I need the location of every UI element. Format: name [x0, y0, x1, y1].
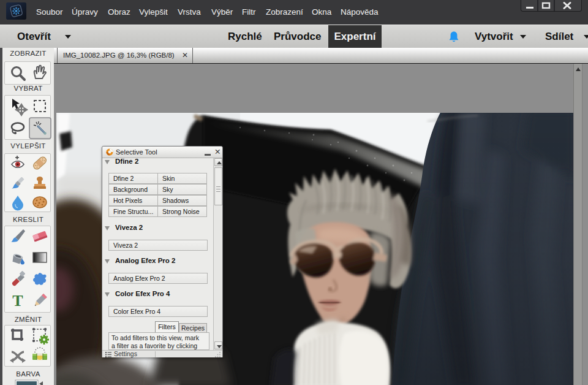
svg-text:T: T: [12, 292, 23, 310]
